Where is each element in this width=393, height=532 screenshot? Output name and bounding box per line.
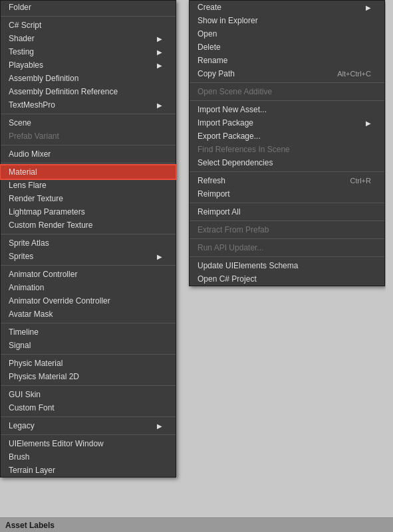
menu-item-scene[interactable]: Scene [1,116,176,130]
submenu-item-import-new-asset[interactable]: Import New Asset... [190,103,384,116]
menu-item-testing[interactable]: Testing▶ [1,45,176,58]
submenu-item-label: Rename [197,56,227,65]
submenu-item-label: Copy Path [197,69,235,78]
submenu-item-label: Export Package... [197,132,261,141]
menu-item-avatar-mask[interactable]: Avatar Mask [1,308,176,321]
submenu-item-copy-path[interactable]: Copy PathAlt+Ctrl+C [190,67,384,80]
submenu-item-label: Create [197,3,221,12]
menu-item-assembly-definition[interactable]: Assembly Definition [1,72,176,85]
menu-separator [190,100,384,101]
submenu-item-label: Select Dependencies [197,158,273,167]
menu-separator [1,145,176,145]
menu-item-textmeshpro[interactable]: TextMeshPro▶ [1,98,176,112]
menu-item-physics-material-2d[interactable]: Physics Material 2D [1,370,176,383]
submenu-item-delete[interactable]: Delete [190,41,384,54]
menu-item-label: Custom Font [9,403,55,412]
menu-item-label: Audio Mixer [9,149,51,159]
menu-item-uielements-editor-window[interactable]: UIElements Editor Window [1,437,176,450]
menu-separator [1,114,176,114]
submenu-item-update-uielements[interactable]: Update UIElements Schema [190,259,384,272]
menu-item-playables[interactable]: Playables▶ [1,58,176,72]
menu-separator [1,385,176,386]
right-panel [386,0,393,532]
menu-item-audio-mixer[interactable]: Audio Mixer [1,147,176,161]
submenu-item-extract-from-prefab: Extract From Prefab [190,223,384,236]
submenu-item-label: Refresh [197,176,225,185]
submenu-item-create[interactable]: Create▶ [190,1,384,14]
submenu-item-open-scene-additive: Open Scene Additive [190,85,384,98]
menu-item-legacy[interactable]: Legacy▶ [1,419,176,432]
right-submenu: Create▶Show in ExplorerOpenDeleteRenameC… [189,0,385,286]
menu-item-assembly-definition-ref[interactable]: Assembly Definition Reference [1,85,176,98]
submenu-item-reimport-all[interactable]: Reimport All [190,205,384,219]
menu-separator [190,238,384,239]
menu-separator [1,265,176,266]
menu-item-label: Legacy [9,421,35,430]
menu-item-label: Physic Material [9,359,63,368]
submenu-item-label: Open C# Project [197,274,257,284]
submenu-item-show-in-explorer[interactable]: Show in Explorer [190,14,384,27]
menu-item-material[interactable]: Material [1,165,176,179]
menu-item-sprites[interactable]: Sprites▶ [1,250,176,263]
submenu-item-open-csharp-project[interactable]: Open C# Project [190,272,384,286]
menu-item-timeline[interactable]: Timeline [1,325,176,339]
menu-item-shader[interactable]: Shader▶ [1,32,176,45]
menu-item-physic-material[interactable]: Physic Material [1,357,176,370]
menu-item-label: GUI Skin [9,390,41,399]
menu-item-label: Signal [9,341,31,350]
menu-item-label: Animation [9,283,44,292]
menu-item-brush[interactable]: Brush [1,450,176,464]
menu-item-animator-controller[interactable]: Animator Controller [1,268,176,281]
menu-separator [1,354,176,355]
menu-item-label: Assembly Definition Reference [9,87,118,96]
menu-item-custom-render-texture[interactable]: Custom Render Texture [1,219,176,232]
submenu-item-rename[interactable]: Rename [190,54,384,67]
menu-item-sprite-atlas[interactable]: Sprite Atlas [1,236,176,250]
submenu-item-label: Reimport [197,189,230,199]
menu-item-label: Physics Material 2D [9,372,79,381]
menu-item-folder[interactable]: Folder [1,1,176,14]
submenu-arrow-icon: ▶ [157,102,162,109]
menu-item-label: Animator Controller [9,270,77,279]
submenu-item-label: Import New Asset... [197,105,267,114]
menu-item-lightmap-parameters[interactable]: Lightmap Parameters [1,205,176,219]
submenu-item-label: Reimport All [197,207,241,217]
submenu-item-open[interactable]: Open [190,27,384,41]
submenu-item-label: Import Package [197,118,253,128]
menu-item-gui-skin[interactable]: GUI Skin [1,388,176,401]
submenu-arrow-icon: ▶ [366,4,371,11]
menu-item-lens-flare[interactable]: Lens Flare [1,179,176,192]
menu-item-csharp-script[interactable]: C# Script [1,19,176,32]
menu-item-animation[interactable]: Animation [1,281,176,294]
shortcut-label: Alt+Ctrl+C [337,70,371,78]
menu-item-render-texture[interactable]: Render Texture [1,192,176,205]
menu-item-terrain-layer[interactable]: Terrain Layer [1,464,176,477]
asset-labels-bar: Asset Labels [0,517,393,532]
menu-separator [190,82,384,83]
submenu-item-export-package[interactable]: Export Package... [190,130,384,143]
submenu-item-run-api-updater: Run API Updater... [190,241,384,254]
submenu-arrow-icon: ▶ [157,35,162,43]
menu-item-label: Lens Flare [9,181,47,190]
submenu-item-refresh[interactable]: RefreshCtrl+R [190,174,384,187]
shortcut-label: Ctrl+R [350,177,371,185]
menu-item-label: Brush [9,452,29,462]
menu-item-label: Lightmap Parameters [9,207,85,217]
submenu-item-import-package[interactable]: Import Package▶ [190,116,384,130]
submenu-item-label: Update UIElements Schema [197,261,298,270]
menu-item-label: Render Texture [9,194,63,203]
menu-separator [1,323,176,323]
menu-separator [190,256,384,257]
submenu-item-reimport[interactable]: Reimport [190,187,384,201]
menu-item-custom-font[interactable]: Custom Font [1,401,176,414]
menu-item-label: Sprites [9,252,33,261]
menu-item-label: Assembly Definition [9,74,78,83]
menu-item-label: Animator Override Controller [9,296,110,306]
menu-item-label: Shader [9,34,35,43]
menu-item-signal[interactable]: Signal [1,339,176,352]
menu-item-label: UIElements Editor Window [9,439,104,448]
submenu-item-label: Open Scene Additive [197,87,272,96]
submenu-item-select-dependencies[interactable]: Select Dependencies [190,156,384,169]
submenu-arrow-icon: ▶ [157,422,162,430]
menu-item-animator-override-controller[interactable]: Animator Override Controller [1,294,176,308]
